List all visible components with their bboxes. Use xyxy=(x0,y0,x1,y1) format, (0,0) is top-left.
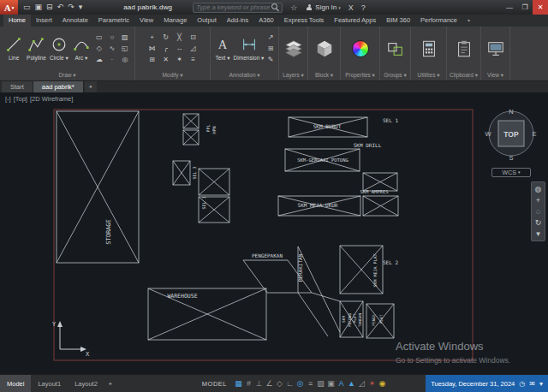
plan-label[interactable]: TANGAN xyxy=(358,313,362,328)
search-box[interactable] xyxy=(193,3,283,13)
explode-icon[interactable]: ✶ xyxy=(173,54,186,65)
plan-room[interactable] xyxy=(183,114,199,128)
plan-label[interactable]: SKM DRILL xyxy=(354,142,382,148)
viewcube-south-label[interactable]: S xyxy=(509,154,513,161)
plan-label[interactable]: SEL 3 xyxy=(192,166,197,179)
dimension-tool-button[interactable]: Dimension ▾ xyxy=(235,35,263,61)
hatch-icon[interactable]: ▨ xyxy=(119,32,131,43)
layers-panel-button[interactable] xyxy=(283,39,304,58)
plan-room[interactable] xyxy=(363,196,398,216)
line-tool-button[interactable]: Line xyxy=(3,35,24,61)
view-panel-button[interactable] xyxy=(485,39,506,58)
plan-line[interactable] xyxy=(298,246,340,332)
fillet-icon[interactable]: ╭ xyxy=(159,43,172,54)
stretch-icon[interactable]: ↔ xyxy=(173,43,186,54)
new-file-tab-button[interactable]: + xyxy=(85,81,97,92)
polygon-icon[interactable]: ◇ xyxy=(93,43,105,54)
new-layout-button[interactable]: + xyxy=(104,380,116,388)
exchange-apps-icon[interactable]: X xyxy=(348,3,354,12)
plan-line[interactable] xyxy=(298,293,328,336)
region-icon[interactable]: ◱ xyxy=(119,43,131,54)
copy-icon[interactable]: ⊡ xyxy=(187,32,200,43)
ellipse-icon[interactable]: ○ xyxy=(106,32,118,43)
ribbon-tab-performance[interactable]: Performance xyxy=(415,15,462,27)
plan-label[interactable]: PERAKITAN xyxy=(297,253,303,282)
isolate-objects-icon[interactable]: ◉ xyxy=(378,379,387,388)
plan-label[interactable]: PLAT xyxy=(379,314,384,324)
utilities-panel-button[interactable] xyxy=(419,39,439,58)
plan-label[interactable]: SKM AMPRES xyxy=(360,189,388,194)
viewcube-wcs-menu[interactable]: WCS ▾ xyxy=(491,168,531,177)
restore-button[interactable]: ❐ xyxy=(517,0,533,15)
plan-label[interactable]: SEL 1 xyxy=(201,196,206,209)
layout-tab-model[interactable]: Model xyxy=(0,375,31,392)
viewport-menu-control[interactable]: [-] xyxy=(5,95,11,103)
file-tab-start[interactable]: Start xyxy=(2,81,33,92)
panel-label-utilities[interactable]: Utilities ▾ xyxy=(411,70,446,80)
revcloud-icon[interactable]: ☁ xyxy=(93,54,105,65)
block-panel-button[interactable] xyxy=(314,39,335,58)
ribbon-tab-parametric[interactable]: Parametric xyxy=(93,15,134,27)
plan-room[interactable] xyxy=(363,173,397,191)
text-tool-button[interactable]: AText ▾ xyxy=(212,35,233,61)
mirror-icon[interactable]: ⋈ xyxy=(146,43,158,54)
plan-boundary[interactable] xyxy=(54,110,473,360)
ribbon-tab-overflow-icon[interactable]: ▾ xyxy=(462,15,475,27)
pan-icon[interactable]: + xyxy=(536,196,540,205)
ribbon-tab-annotate[interactable]: Annotate xyxy=(57,15,93,27)
close-button[interactable]: ✕ xyxy=(533,0,548,15)
ribbon-tab-express-tools[interactable]: Express Tools xyxy=(279,15,330,27)
redo-icon[interactable]: ↷ xyxy=(66,0,76,15)
tray-message-icon[interactable]: ✉ xyxy=(529,380,535,388)
undo-icon[interactable]: ↶ xyxy=(56,0,66,15)
ribbon-tab-featured-apps[interactable]: Featured Apps xyxy=(329,15,381,27)
ortho-icon[interactable]: ⊥ xyxy=(254,379,264,388)
viewcube-top-label[interactable]: TOP xyxy=(503,130,519,139)
app-logo-button[interactable]: A ▾ xyxy=(0,0,18,15)
scale-icon[interactable]: ◿ xyxy=(187,43,200,54)
layout-tab-layout1[interactable]: Layout1 xyxy=(31,375,68,392)
panel-label-modify[interactable]: Modify ▾ xyxy=(135,70,210,80)
polyline-tool-button[interactable]: Polyline xyxy=(26,35,47,61)
save-icon[interactable]: ▣ xyxy=(33,0,45,15)
open-icon[interactable]: ▭ xyxy=(21,0,33,15)
plan-label[interactable]: SKM MEJA UKUR xyxy=(298,202,338,208)
isodraft-icon[interactable]: ◇ xyxy=(275,379,284,388)
arc-tool-button[interactable]: Arc ▾ xyxy=(71,35,92,61)
lineweight-icon[interactable]: ≡ xyxy=(306,379,315,388)
plan-label[interactable]: POTONG xyxy=(348,313,352,328)
navbar-more-icon[interactable]: ▾ xyxy=(536,229,540,238)
panel-label-clipboard[interactable]: Clipboard ▾ xyxy=(447,70,480,80)
panel-label-view[interactable]: View ▾ xyxy=(481,70,509,80)
plan-label[interactable]: SEL 1 xyxy=(383,117,398,123)
panel-label-annotation[interactable]: Annotation ▾ xyxy=(211,70,278,80)
ribbon-tab-manage[interactable]: Manage xyxy=(158,15,192,27)
panel-label-groups[interactable]: Groups ▾ xyxy=(380,70,410,80)
ribbon-tab-output[interactable]: Output xyxy=(192,15,222,27)
viewport-view-control[interactable]: [Top] xyxy=(14,95,27,103)
plan-label[interactable]: PPL xyxy=(206,124,211,132)
plan-label[interactable]: PENGEPAKAN xyxy=(252,252,283,258)
ribbon-tab-bim-360[interactable]: BIM 360 xyxy=(381,15,415,27)
point-icon[interactable]: · xyxy=(106,54,118,65)
plan-label[interactable]: PENGE xyxy=(372,314,376,326)
viewcube[interactable]: TOP N S W E xyxy=(484,104,539,161)
model-space-viewport[interactable]: STORAGEPPLHPNSEL 3SEL 1SKM BUBUTSEL 1SKM… xyxy=(0,92,548,374)
minimize-button[interactable]: — xyxy=(502,0,517,15)
plan-label[interactable]: STORAGE xyxy=(105,219,112,245)
plan-label[interactable]: WAREHOUSE xyxy=(167,293,197,300)
transparency-icon[interactable]: ▨ xyxy=(316,379,325,388)
help-icon[interactable]: ? xyxy=(361,3,366,12)
panel-label-block[interactable]: Block ▾ xyxy=(308,70,340,80)
rectangle-icon[interactable]: ▭ xyxy=(93,32,105,43)
properties-panel-button[interactable] xyxy=(350,39,371,58)
ribbon-tab-insert[interactable]: Insert xyxy=(31,15,57,27)
tray-clock-icon[interactable]: ◷ xyxy=(519,380,525,388)
navigation-wheel-icon[interactable]: ◍ xyxy=(535,185,542,193)
plan-label[interactable]: SKM-GERGAJI POTONG xyxy=(297,157,348,163)
workspace-switching-icon[interactable]: ✶ xyxy=(367,379,377,388)
ribbon-tab-home[interactable]: Home xyxy=(3,15,31,27)
erase-icon[interactable]: ✕ xyxy=(159,54,172,65)
search-input[interactable] xyxy=(196,3,270,11)
plan-room[interactable] xyxy=(199,169,229,195)
